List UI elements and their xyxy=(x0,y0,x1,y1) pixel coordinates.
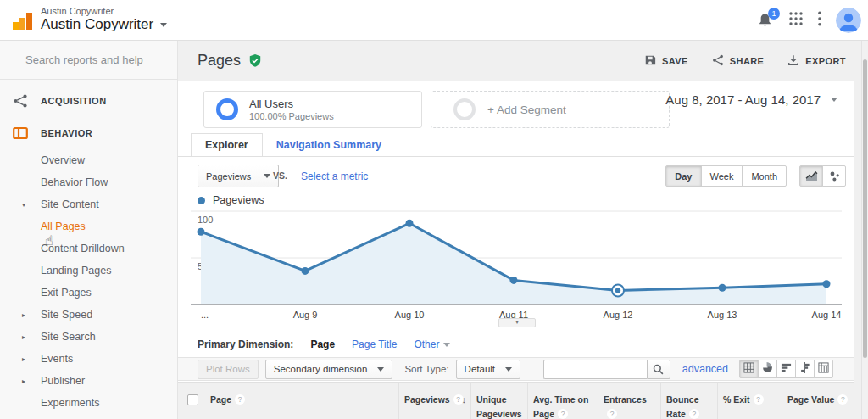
sidebar-item-behavior-flow[interactable]: Behavior Flow xyxy=(0,171,177,193)
segment-all-users[interactable]: All Users 100.00% Pageviews xyxy=(203,91,422,128)
chevron-right-icon: ▸ xyxy=(22,311,25,319)
sidebar-item-experiments[interactable]: Experiments xyxy=(0,392,177,414)
granularity-month-button[interactable]: Month xyxy=(742,165,787,187)
help-icon[interactable]: ? xyxy=(754,394,764,405)
sidebar-item-site-content[interactable]: ▾ Site Content xyxy=(0,193,177,215)
share-button[interactable]: SHARE xyxy=(712,54,765,68)
share-icon xyxy=(712,54,724,68)
primary-dimension-page-title[interactable]: Page Title xyxy=(352,338,397,350)
save-icon xyxy=(644,54,656,68)
select-metric-link[interactable]: Select a metric xyxy=(301,170,368,182)
table-search-button[interactable] xyxy=(647,360,670,379)
view-toggle-buttons xyxy=(740,360,833,378)
help-icon[interactable]: ? xyxy=(689,409,699,419)
column-header-percent-exit[interactable]: % Exit? xyxy=(717,383,782,419)
sidebar-item-site-speed[interactable]: ▸ Site Speed xyxy=(0,304,177,326)
primary-dimension-option-label: Other xyxy=(414,338,439,350)
column-header-page[interactable]: Page? xyxy=(205,383,398,419)
add-segment-button[interactable]: + Add Segment xyxy=(431,91,670,128)
account-name-small: Austin Copywriter xyxy=(41,6,167,16)
sidebar-search[interactable] xyxy=(0,41,177,80)
pivot-view-button[interactable] xyxy=(814,360,833,378)
primary-dimension-option-label: Page Title xyxy=(352,338,397,350)
sidebar-item-all-pages[interactable]: All Pages xyxy=(0,215,177,237)
segment-title: All Users xyxy=(249,98,334,110)
export-icon xyxy=(787,54,799,68)
column-header-pageviews[interactable]: Pageviews?↓ xyxy=(398,383,470,419)
verified-shield-icon xyxy=(248,53,262,68)
sidebar-item-site-search[interactable]: ▸ Site Search xyxy=(0,326,177,348)
chevron-down-icon xyxy=(505,367,512,372)
tab-explorer[interactable]: Explorer xyxy=(191,133,263,156)
plot-rows-button[interactable]: Plot Rows xyxy=(198,360,259,379)
column-header-entrances[interactable]: Entrances? xyxy=(598,383,660,419)
sidebar-item-content-drilldown[interactable]: Content Drilldown xyxy=(0,237,177,260)
granularity-day-button[interactable]: Day xyxy=(665,165,701,187)
segment-donut-icon xyxy=(216,98,238,120)
percentage-view-button[interactable] xyxy=(758,360,777,378)
save-button[interactable]: SAVE xyxy=(644,54,688,68)
sidebar-item-publisher[interactable]: ▸ Publisher xyxy=(0,370,177,392)
sidebar-item-exit-pages[interactable]: Exit Pages xyxy=(0,282,177,304)
sidebar-item-events[interactable]: ▸ Events xyxy=(0,348,177,370)
performance-view-button[interactable] xyxy=(776,360,796,378)
advanced-link[interactable]: advanced xyxy=(682,363,728,375)
sidebar-item-behavior[interactable]: BEHAVIOR xyxy=(0,117,177,149)
metric-dropdown-value: Pageviews xyxy=(206,171,251,182)
primary-dimension-page[interactable]: Page xyxy=(310,338,335,350)
help-icon[interactable]: ? xyxy=(235,394,245,405)
help-icon[interactable]: ? xyxy=(607,409,617,419)
column-header-bounce-rate[interactable]: Bounce Rate? xyxy=(660,383,717,419)
behavior-icon xyxy=(12,125,29,142)
column-header-unique-pageviews[interactable]: Unique Pageviews? xyxy=(470,383,527,419)
analytics-logo-icon[interactable] xyxy=(12,10,34,31)
table-view-button[interactable] xyxy=(739,360,759,378)
data-point xyxy=(406,220,414,227)
granularity-label: Month xyxy=(751,171,777,182)
more-menu-button[interactable] xyxy=(818,11,821,30)
help-icon[interactable]: ? xyxy=(837,394,848,405)
legend-label: Pageviews xyxy=(213,194,264,206)
data-point xyxy=(719,284,726,292)
pageviews-chart[interactable]: 50100...Aug 9Aug 10Aug 11Aug 12Aug 13Aug… xyxy=(191,208,842,327)
data-point xyxy=(302,267,309,275)
table-filter-input[interactable] xyxy=(543,360,647,379)
comparison-view-button[interactable] xyxy=(795,360,815,378)
chevron-down-icon: ▾ xyxy=(22,201,25,209)
help-icon[interactable]: ? xyxy=(558,409,568,419)
sidebar-item-acquisition[interactable]: ACQUISITION xyxy=(0,85,177,117)
sidebar-item-landing-pages[interactable]: Landing Pages xyxy=(0,260,177,282)
x-axis-label: Aug 12 xyxy=(604,310,633,320)
metric-dropdown[interactable]: Pageviews xyxy=(198,165,279,187)
account-selector[interactable]: Austin Copywriter Austin Copywriter xyxy=(41,6,167,33)
notifications-button[interactable]: 1 xyxy=(757,12,774,29)
performance-view-icon xyxy=(781,361,792,377)
sidebar-item-overview[interactable]: Overview xyxy=(0,149,177,171)
user-avatar[interactable] xyxy=(836,8,861,33)
line-chart-toggle[interactable] xyxy=(799,165,823,187)
more-vertical-icon xyxy=(818,11,821,26)
granularity-buttons: Day Week Month xyxy=(665,165,787,187)
secondary-dimension-dropdown[interactable]: Secondary dimension xyxy=(265,360,393,379)
granularity-week-button[interactable]: Week xyxy=(701,165,743,187)
chart-collapse-handle[interactable]: ▾ xyxy=(498,318,536,327)
column-header-avg-time-on-page[interactable]: Avg. Time on Page? xyxy=(527,383,598,419)
data-point xyxy=(823,280,831,288)
search-input[interactable] xyxy=(25,53,175,66)
sidebar-nav: ACQUISITION BEHAVIOR Overview Behavior F… xyxy=(0,80,177,414)
scrollbar-thumb[interactable] xyxy=(863,59,867,358)
report-panel: All Users 100.00% Pageviews + Add Segmen… xyxy=(178,81,854,419)
column-header-page-value[interactable]: Page Value? xyxy=(782,383,854,419)
main-content: Pages SAVE SHARE EXPORT All U xyxy=(178,41,868,419)
chart-legend: Pageviews xyxy=(198,194,264,206)
export-button[interactable]: EXPORT xyxy=(787,54,846,68)
tab-navigation-summary[interactable]: Navigation Summary xyxy=(263,133,395,156)
motion-chart-toggle[interactable] xyxy=(822,165,846,187)
sort-type-dropdown[interactable]: Default xyxy=(456,360,520,379)
select-all-checkbox[interactable] xyxy=(187,394,198,405)
add-segment-label: + Add Segment xyxy=(487,103,566,116)
x-axis-label: Aug 14 xyxy=(812,310,842,320)
primary-dimension-other[interactable]: Other xyxy=(414,338,450,350)
apps-grid-button[interactable] xyxy=(788,11,804,30)
date-range-selector[interactable]: Aug 8, 2017 - Aug 14, 2017 xyxy=(664,87,839,115)
